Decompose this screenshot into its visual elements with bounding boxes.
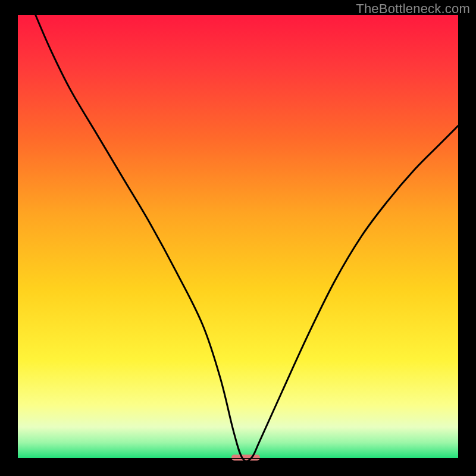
watermark-text: TheBottleneck.com: [356, 1, 470, 17]
chart-frame: TheBottleneck.com: [0, 0, 476, 476]
optimal-range-marker: [231, 455, 260, 461]
bottleneck-chart: [0, 0, 476, 476]
plot-background: [18, 15, 458, 458]
